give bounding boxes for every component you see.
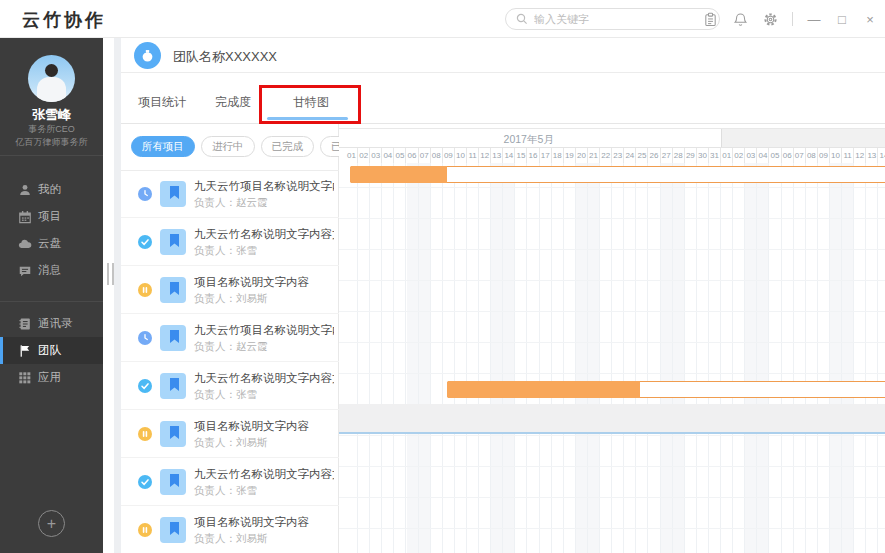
project-list-item[interactable]: 项目名称说明文字内容 负责人：刘易斯 — [121, 506, 339, 553]
project-bookmark-icon — [160, 517, 186, 543]
day-label: 04 — [757, 148, 769, 163]
gantt-grid — [339, 163, 885, 553]
weekend-column — [407, 163, 419, 553]
day-column — [818, 163, 830, 553]
day-column — [636, 163, 648, 553]
project-bookmark-icon — [160, 469, 186, 495]
day-label: 06 — [782, 148, 794, 163]
day-label: 02 — [358, 148, 370, 163]
sidebar-item-消息[interactable]: 消息 — [0, 257, 103, 284]
project-owner: 负责人：赵云霞 — [194, 340, 268, 354]
next-month-band — [721, 129, 885, 147]
day-column — [878, 163, 885, 553]
task-bar-1[interactable] — [350, 166, 885, 183]
top-bar: 云竹协作 — □ × — [0, 0, 885, 38]
project-list-item[interactable]: 九天云竹项目名称说明文字内容 负责人：赵云霞 — [121, 170, 339, 218]
day-label: 18 — [552, 148, 564, 163]
maximize-button[interactable]: □ — [835, 13, 849, 26]
sidebar-item-label: 我的 — [38, 182, 61, 197]
avatar-body — [37, 77, 66, 102]
day-label: 14 — [878, 148, 885, 163]
app-logo: 云竹协作 — [22, 8, 106, 32]
search-box[interactable] — [505, 8, 720, 30]
day-column — [866, 163, 878, 553]
day-label: 23 — [612, 148, 624, 163]
gantt-gridline — [339, 249, 885, 250]
gantt-gridline — [339, 528, 885, 529]
status-done-icon — [138, 379, 152, 393]
day-label: 07 — [419, 148, 431, 163]
scrollbar-track[interactable] — [114, 38, 121, 553]
gantt-gridline — [339, 187, 885, 188]
project-list-item[interactable]: 九天云竹名称说明文字内容文字说.... 负责人：张雪 — [121, 362, 339, 410]
day-label: 05 — [394, 148, 406, 163]
bell-icon[interactable] — [732, 11, 748, 27]
gear-icon[interactable] — [762, 11, 778, 27]
weekend-column — [576, 163, 588, 553]
gantt-gridline — [339, 497, 885, 498]
day-column — [612, 163, 624, 553]
day-label: 31 — [709, 148, 721, 163]
project-title: 九天云竹名称说明文字内容文字说.... — [194, 227, 334, 242]
tab-completion[interactable]: 完成度 — [215, 94, 251, 111]
weekend-column — [842, 163, 854, 553]
project-title: 九天云竹项目名称说明文字内容 — [194, 323, 334, 338]
search-input[interactable] — [534, 13, 709, 25]
tab-bar: 项目统计 完成度 甘特图 — [121, 73, 885, 124]
day-label: 09 — [443, 148, 455, 163]
project-list-item[interactable]: 项目名称说明文字内容 负责人：刘易斯 — [121, 266, 339, 314]
status-done-icon — [138, 235, 152, 249]
day-label: 14 — [503, 148, 515, 163]
team-avatar-icon[interactable] — [134, 42, 161, 69]
day-label: 08 — [431, 148, 443, 163]
sidebar-item-label: 项目 — [38, 209, 61, 224]
project-title: 九天云竹名称说明文字内容文字说.... — [194, 371, 334, 386]
sidebar-item-通讯录[interactable]: 通讯录 — [0, 310, 103, 337]
topbar-divider — [792, 12, 793, 26]
user-avatar[interactable] — [28, 55, 75, 102]
project-list-item[interactable]: 九天云竹名称说明文字内容文字说.... 负责人：张雪 — [121, 458, 339, 506]
day-label: 25 — [636, 148, 648, 163]
sidebar-item-团队[interactable]: 团队 — [0, 337, 103, 364]
task-bar-2[interactable] — [447, 381, 885, 398]
day-label: 21 — [588, 148, 600, 163]
project-list-item[interactable]: 九天云竹名称说明文字内容文字说.... 负责人：张雪 — [121, 218, 339, 266]
weekend-column — [757, 163, 769, 553]
main-content: 团队名称XXXXXX 项目统计 完成度 甘特图 所有项目进行中已完成已中止 九天… — [121, 38, 885, 553]
plus-icon: + — [47, 515, 56, 533]
day-label: 03 — [370, 148, 382, 163]
user-name: 张雪峰 — [0, 106, 103, 124]
day-label: 08 — [806, 148, 818, 163]
team-name: 团队名称XXXXXX — [173, 48, 277, 66]
filter-pill-已完成[interactable]: 已完成 — [261, 136, 315, 157]
project-bookmark-icon — [160, 229, 186, 255]
sidebar-item-我的[interactable]: 我的 — [0, 176, 103, 203]
day-label: 06 — [407, 148, 419, 163]
day-column — [806, 163, 818, 553]
filter-pill-所有项目[interactable]: 所有项目 — [131, 136, 195, 157]
sidebar-item-项目[interactable]: 项目 — [0, 203, 103, 230]
close-button[interactable]: × — [863, 13, 877, 26]
filter-pill-进行中[interactable]: 进行中 — [201, 136, 255, 157]
sidebar-item-应用[interactable]: 应用 — [0, 364, 103, 391]
day-column — [697, 163, 709, 553]
clipboard-icon[interactable] — [702, 11, 718, 27]
sidebar-menu-top: 我的 项目 云盘 消息 — [0, 176, 103, 284]
day-label: 07 — [794, 148, 806, 163]
weekend-column — [491, 163, 503, 553]
day-column — [358, 163, 370, 553]
splitter-handle-icon[interactable] — [107, 263, 114, 285]
add-button[interactable]: + — [38, 510, 65, 537]
weekend-column — [745, 163, 757, 553]
project-list-item[interactable]: 九天云竹项目名称说明文字内容 负责人：赵云霞 — [121, 314, 339, 362]
gantt-gridline — [339, 311, 885, 312]
day-column — [649, 163, 661, 553]
project-list-item[interactable]: 项目名称说明文字内容 负责人：刘易斯 — [121, 410, 339, 458]
tab-project-stats[interactable]: 项目统计 — [138, 94, 186, 111]
day-column — [854, 163, 866, 553]
minimize-button[interactable]: — — [807, 13, 821, 26]
sidebar-item-云盘[interactable]: 云盘 — [0, 230, 103, 257]
tab-gantt[interactable]: 甘特图 — [293, 94, 329, 111]
project-bookmark-icon — [160, 277, 186, 303]
gantt-highlight-band — [339, 404, 885, 434]
